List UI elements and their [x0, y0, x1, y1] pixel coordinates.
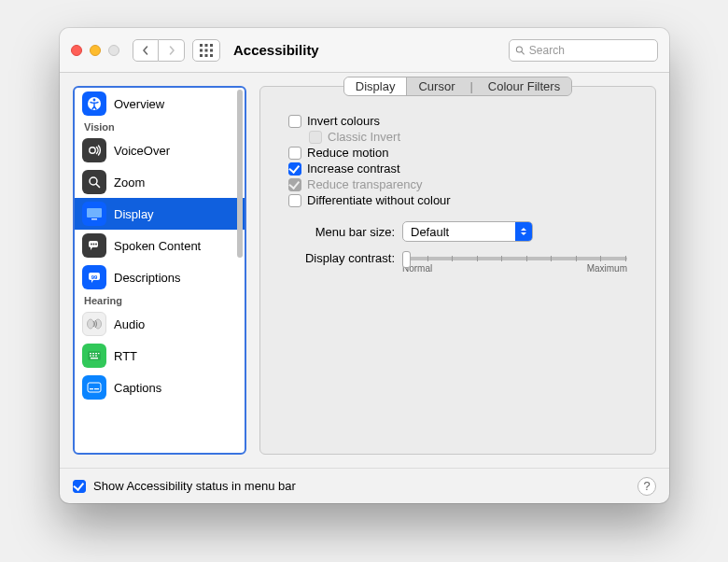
- sidebar-item-label: Descriptions: [114, 271, 181, 285]
- menu-bar-size-select[interactable]: Default: [402, 221, 533, 242]
- increase-contrast-label: Increase contrast: [307, 162, 400, 176]
- svg-rect-34: [91, 358, 98, 358]
- increase-contrast-checkbox[interactable]: [288, 162, 301, 176]
- sidebar-item-rtt[interactable]: RTT: [75, 340, 245, 372]
- svg-point-21: [95, 244, 97, 246]
- forward-button[interactable]: [159, 39, 185, 62]
- settings-panel: DisplayCursor|Colour Filters Invert colo…: [259, 86, 656, 455]
- svg-rect-37: [94, 388, 99, 389]
- svg-rect-30: [98, 353, 100, 354]
- search-input[interactable]: [529, 44, 651, 57]
- nav-buttons: [133, 39, 185, 62]
- tab-colour-filters[interactable]: Colour Filters: [477, 77, 571, 95]
- svg-rect-28: [92, 353, 94, 354]
- show-all-button[interactable]: [192, 39, 220, 62]
- sidebar-item-display[interactable]: Display: [75, 198, 245, 230]
- grid-icon: [200, 44, 213, 57]
- show-status-checkbox[interactable]: [73, 480, 86, 493]
- show-status-label: Show Accessibility status in menu bar: [93, 479, 296, 493]
- display-contrast-row: Display contrast:: [288, 251, 627, 274]
- sidebar-item-voiceover[interactable]: VoiceOver: [75, 134, 245, 166]
- svg-rect-27: [90, 353, 91, 354]
- window-title: Accessibility: [233, 42, 319, 58]
- reduce-transparency-row: Reduce transparency: [288, 176, 627, 192]
- reduce-transparency-label: Reduce transparency: [307, 177, 423, 191]
- svg-rect-3: [200, 49, 203, 51]
- svg-rect-16: [87, 208, 102, 218]
- sidebar-item-label: Captions: [114, 381, 161, 395]
- reduce-motion-row: Reduce motion: [288, 145, 627, 161]
- help-button[interactable]: ?: [637, 477, 656, 496]
- preferences-window: Accessibility OverviewVisionVoiceOverZoo…: [60, 28, 669, 503]
- sidebar-item-label: Zoom: [114, 176, 145, 190]
- search-icon: [515, 45, 525, 56]
- menu-bar-size-label: Menu bar size:: [296, 225, 395, 239]
- svg-point-13: [90, 148, 95, 153]
- reduce-transparency-checkbox: [288, 178, 301, 191]
- svg-rect-2: [210, 44, 213, 47]
- sidebar-item-label: Audio: [114, 317, 145, 331]
- svg-rect-29: [95, 353, 97, 354]
- sidebar-item-spoken-content[interactable]: Spoken Content: [75, 230, 245, 261]
- options-group: Invert colours Classic Invert Reduce mot…: [281, 104, 635, 274]
- sidebar-item-audio[interactable]: Audio: [75, 308, 245, 340]
- tab-separator: |: [466, 77, 476, 95]
- svg-rect-33: [95, 356, 97, 357]
- svg-rect-8: [210, 54, 213, 57]
- sidebar-item-zoom[interactable]: Zoom: [75, 166, 245, 198]
- sidebar-item-label: Display: [114, 207, 154, 221]
- minimize-window-button[interactable]: [90, 45, 101, 56]
- svg-rect-1: [205, 44, 208, 47]
- sidebar: OverviewVisionVoiceOverZoomDisplaySpoken…: [73, 86, 246, 455]
- sidebar-item-label: RTT: [114, 349, 137, 363]
- svg-point-12: [93, 99, 96, 102]
- svg-rect-35: [88, 383, 101, 392]
- menu-bar-size-value: Default: [411, 225, 449, 239]
- invert-colours-row: Invert colours: [288, 113, 627, 129]
- display-contrast-label: Display contrast:: [296, 251, 395, 265]
- sidebar-item-captions[interactable]: Captions: [75, 372, 245, 403]
- invert-colours-label: Invert colours: [307, 114, 380, 128]
- differentiate-without-colour-row: Differentiate without colour: [288, 192, 627, 208]
- svg-point-20: [93, 244, 95, 246]
- classic-invert-row: Classic Invert: [288, 129, 627, 145]
- menu-bar-size-row: Menu bar size: Default: [288, 221, 627, 242]
- svg-line-15: [96, 184, 100, 188]
- svg-rect-31: [90, 356, 91, 357]
- sidebar-item-label: Overview: [114, 97, 164, 111]
- svg-rect-7: [205, 54, 208, 57]
- display-contrast-thumb[interactable]: [402, 251, 411, 268]
- zoom-window-button[interactable]: [108, 45, 119, 56]
- differentiate-without-colour-checkbox[interactable]: [288, 194, 301, 207]
- invert-colours-checkbox[interactable]: [288, 115, 301, 128]
- back-button[interactable]: [133, 39, 159, 62]
- reduce-motion-label: Reduce motion: [307, 146, 388, 160]
- svg-line-10: [522, 51, 525, 54]
- sidebar-item-label: Spoken Content: [114, 239, 201, 253]
- body: OverviewVisionVoiceOverZoomDisplaySpoken…: [60, 73, 669, 468]
- svg-rect-36: [90, 388, 93, 389]
- increase-contrast-row: Increase contrast: [288, 161, 627, 176]
- svg-rect-17: [91, 218, 97, 220]
- differentiate-without-colour-label: Differentiate without colour: [307, 193, 451, 207]
- search-field[interactable]: [509, 39, 658, 62]
- footer: Show Accessibility status in menu bar ?: [60, 468, 669, 503]
- sidebar-scrollbar[interactable]: [237, 90, 243, 258]
- tab-display[interactable]: Display: [344, 77, 408, 95]
- sidebar-section: Vision: [75, 119, 245, 134]
- classic-invert-checkbox: [309, 131, 322, 144]
- sidebar-section: Hearing: [75, 293, 245, 308]
- sidebar-item-descriptions[interactable]: 99Descriptions: [75, 261, 245, 293]
- classic-invert-label: Classic Invert: [328, 130, 400, 144]
- svg-point-19: [91, 244, 92, 246]
- tab-cursor[interactable]: Cursor: [407, 77, 466, 95]
- svg-point-24: [88, 319, 94, 329]
- tab-bar: DisplayCursor|Colour Filters: [343, 77, 572, 96]
- svg-text:99: 99: [91, 274, 98, 280]
- svg-rect-6: [200, 54, 203, 57]
- close-window-button[interactable]: [71, 45, 82, 56]
- sidebar-item-overview[interactable]: Overview: [75, 88, 245, 119]
- sidebar-item-label: VoiceOver: [114, 144, 170, 158]
- reduce-motion-checkbox[interactable]: [288, 147, 301, 160]
- display-contrast-slider[interactable]: [402, 257, 627, 260]
